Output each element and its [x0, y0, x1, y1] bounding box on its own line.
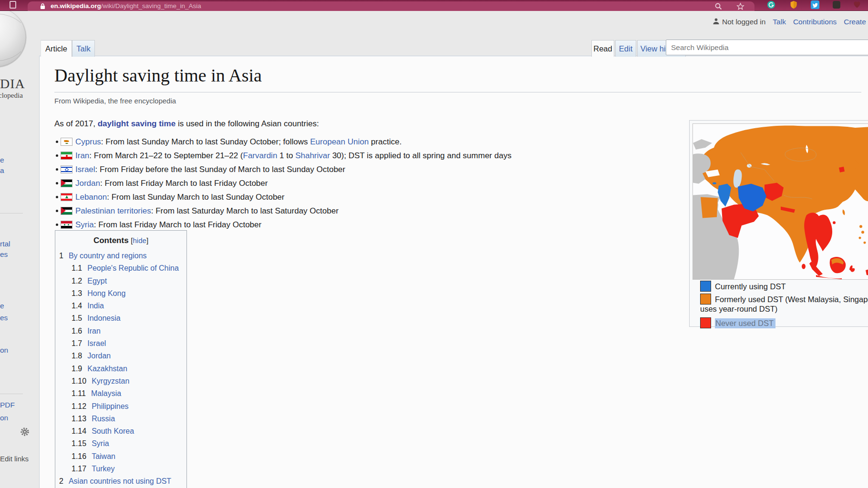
toc-link[interactable]: Turkey — [92, 465, 114, 473]
tab-read-label: Read — [593, 44, 612, 53]
toc-link[interactable]: Indonesia — [87, 314, 120, 322]
sidebar-link-fragment[interactable]: e — [0, 302, 4, 310]
toc-number: 2 — [59, 477, 63, 485]
toc-number: 1.10 — [72, 377, 86, 385]
legend-row: Never used DST — [700, 317, 775, 330]
tab-read[interactable]: Read — [591, 40, 614, 57]
bird-extension-icon[interactable] — [811, 0, 819, 9]
toc-number: 1.8 — [72, 352, 82, 360]
toc-link[interactable]: Russia — [92, 415, 115, 423]
wiki-link[interactable]: Palestinian territories — [75, 206, 151, 215]
country-list-item: Syria: From last Friday March to last Fr… — [54, 218, 511, 232]
toc-link[interactable]: Syria — [92, 439, 109, 447]
table-of-contents: Contents [hide] 1By country and regions1… — [55, 230, 187, 488]
toc-item[interactable]: 1.12Philippines — [55, 400, 186, 413]
toc-item[interactable]: 1.5Indonesia — [55, 312, 186, 325]
personal-link[interactable]: Create account — [844, 18, 868, 26]
wiki-link[interactable]: Jordan — [75, 179, 100, 188]
toc-link[interactable]: Hong Kong — [87, 289, 125, 297]
toc-link[interactable]: India — [87, 302, 104, 310]
wiki-link[interactable]: Lebanon — [75, 193, 107, 202]
toc-link[interactable]: South Korea — [92, 427, 134, 435]
toc-link[interactable]: Taiwan — [92, 452, 115, 460]
sidebar-link-fragment[interactable]: PDF — [0, 401, 15, 409]
wiki-link[interactable]: European Union — [310, 137, 369, 146]
toc-item[interactable]: 1.9Kazakhstan — [55, 363, 186, 375]
sidebar-link-fragment[interactable]: on — [0, 346, 8, 355]
page-outline-icon[interactable] — [10, 1, 16, 9]
toc-link[interactable]: Kazakhstan — [87, 365, 127, 373]
wiki-link[interactable]: daylight saving time — [98, 119, 176, 128]
jordan-flag-icon — [61, 179, 72, 187]
toc-item[interactable]: 1.1People's Republic of China — [55, 262, 186, 274]
toc-link[interactable]: Kyrgyzstan — [92, 377, 129, 385]
toc-link[interactable]: Asian countries not using DST — [69, 477, 171, 485]
toc-item[interactable]: 1.14South Korea — [55, 425, 186, 437]
sidebar-link-fragment[interactable]: a — [0, 166, 4, 175]
tab-edit-label: Edit — [619, 44, 632, 53]
sidebar-link-fragment[interactable]: e — [0, 156, 4, 164]
text-segment: : From last Friday March to last Friday … — [100, 179, 268, 188]
tab-article[interactable]: Article — [41, 40, 72, 57]
text-segment: : From Friday before the last Sunday of … — [95, 165, 345, 174]
sidebar-link-fragment[interactable]: es — [0, 250, 8, 259]
bookmark-star-icon[interactable] — [736, 2, 744, 12]
toc-item[interactable]: 1.17Turkey — [55, 463, 186, 475]
teal-extension-icon[interactable] — [767, 0, 775, 9]
toc-link[interactable]: Iran — [87, 327, 101, 335]
dark-extension-icon[interactable] — [833, 1, 840, 9]
heart-extension-icon[interactable] — [853, 0, 861, 9]
address-bar[interactable]: en.wikipedia.org/wiki/Daylight_saving_ti… — [28, 1, 754, 11]
toc-item[interactable]: 1.6Iran — [55, 325, 186, 337]
intro-paragraph: As of 2017, daylight saving time is used… — [54, 119, 319, 129]
toc-link[interactable]: Israel — [87, 339, 106, 347]
toc-item[interactable]: 1By country and regions — [55, 250, 186, 262]
wiki-link[interactable]: Iran — [75, 151, 89, 160]
toc-item[interactable]: 1.16Taiwan — [55, 450, 186, 463]
personal-link[interactable]: Talk — [773, 18, 786, 26]
personal-bar: Not logged in TalkContributionsCreate ac… — [713, 17, 868, 27]
wikipedia-globe-logo[interactable] — [0, 7, 27, 68]
wiki-link[interactable]: Shahrivar — [295, 151, 330, 160]
toc-number: 1.4 — [72, 302, 82, 310]
toc-number: 1.16 — [72, 452, 86, 460]
toc-link[interactable]: Philippines — [92, 402, 128, 410]
toc-item[interactable]: 1.11Malaysia — [55, 387, 186, 400]
toc-link[interactable]: People's Republic of China — [87, 264, 179, 272]
wiki-link[interactable]: Cyprus — [75, 137, 101, 146]
toc-item[interactable]: 1.2Egypt — [55, 275, 186, 287]
sidebar-link-fragment[interactable]: on — [0, 414, 8, 422]
wiki-link[interactable]: Syria — [75, 220, 94, 229]
wiki-link[interactable]: Israel — [75, 165, 95, 174]
toc-item[interactable]: 1.7Israel — [55, 337, 186, 350]
gear-icon[interactable] — [20, 427, 30, 438]
toc-item[interactable]: 2Asian countries not using DST — [55, 475, 186, 488]
sidebar-divider — [0, 394, 23, 394]
toc-item[interactable]: 1.3Hong Kong — [55, 287, 186, 300]
toc-link[interactable]: Egypt — [87, 277, 107, 285]
legend-row: Currently using DST — [700, 281, 786, 293]
toc-heading: Contents [hide] — [55, 236, 186, 245]
toc-item[interactable]: 1.10Kyrgyzstan — [55, 375, 186, 387]
toc-item[interactable]: 1.15Syria — [55, 437, 186, 450]
tab-talk[interactable]: Talk — [72, 40, 95, 57]
tab-edit[interactable]: Edit — [615, 40, 636, 57]
search-input[interactable] — [666, 40, 868, 55]
url-text[interactable]: en.wikipedia.org/wiki/Daylight_saving_ti… — [51, 2, 201, 10]
toc-link[interactable]: Jordan — [87, 352, 111, 360]
toc-link[interactable]: Malaysia — [91, 389, 121, 397]
palestine-flag-icon — [61, 207, 72, 215]
toc-link[interactable]: By country and regions — [69, 252, 147, 260]
shield-extension-icon[interactable] — [790, 0, 798, 9]
toc-number: 1.14 — [72, 427, 86, 435]
toc-item[interactable]: 1.13Russia — [55, 413, 186, 425]
sidebar-link-fragment[interactable]: es — [0, 314, 8, 322]
sidebar-link-fragment[interactable]: rtal — [0, 240, 10, 248]
toc-hide-toggle[interactable]: hide — [133, 236, 146, 244]
toc-item[interactable]: 1.4India — [55, 300, 186, 312]
personal-link[interactable]: Contributions — [793, 18, 837, 26]
wiki-link[interactable]: Farvardin — [243, 151, 278, 160]
toc-item[interactable]: 1.8Jordan — [55, 350, 186, 362]
search-icon[interactable] — [714, 2, 722, 12]
legend-label: Currently using DST — [715, 282, 786, 291]
